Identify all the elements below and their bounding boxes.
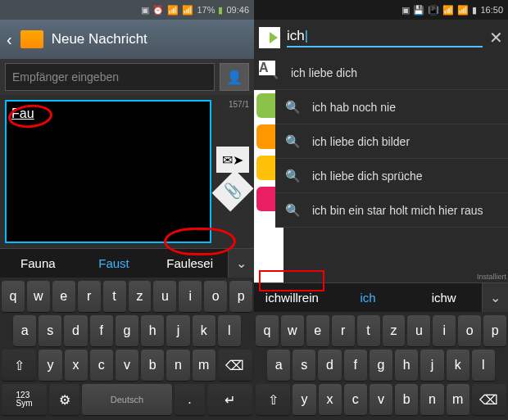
search-result[interactable]: 🔍ich liebe dich bilder [275,124,508,159]
status-bar: ▣ ⏰ 📶 📶 17% ▮ 09:46 [0,0,254,20]
key-x[interactable]: x [65,350,88,381]
key-d[interactable]: d [318,350,341,381]
play-store-icon[interactable] [259,27,280,48]
suggestion-2[interactable]: ich [330,291,406,305]
key-g[interactable]: g [116,315,138,346]
key-k[interactable]: k [193,315,215,346]
key-shift[interactable]: ⇧ [256,384,290,415]
message-input[interactable]: Fau [5,100,211,243]
key-x[interactable]: x [319,384,342,415]
key-r[interactable]: r [78,281,101,312]
keyboard: qwertzuiop asdfghjkl ⇧yxcvbnm⌫ [254,312,508,420]
key-u[interactable]: u [153,281,176,312]
key-q[interactable]: q [2,281,25,312]
key-y[interactable]: y [293,384,315,415]
back-icon[interactable]: ‹ [7,30,12,49]
section-letter: A [259,61,275,75]
key-a[interactable]: a [13,315,36,346]
key-j[interactable]: j [420,350,443,381]
search-result[interactable]: 🔍ich hab noch nie [275,90,508,124]
key-space[interactable]: Deutsch [82,384,172,415]
key-enter[interactable]: ↵ [207,384,252,415]
key-s[interactable]: s [293,350,315,381]
key-t[interactable]: t [357,315,380,346]
key-settings[interactable]: ⚙ [49,384,79,415]
suggestion-expand[interactable]: ⌄ [228,249,254,278]
key-backspace[interactable]: ⌫ [218,350,252,381]
key-e[interactable]: e [52,281,75,312]
key-m[interactable]: m [447,384,469,415]
key-p[interactable]: p [483,315,506,346]
key-p[interactable]: p [229,281,252,312]
attach-button[interactable]: 📎 [212,170,254,212]
key-shift[interactable]: ⇧ [2,350,36,381]
key-j[interactable]: j [166,315,189,346]
key-u[interactable]: u [407,315,430,346]
key-b[interactable]: b [141,350,164,381]
key-n[interactable]: n [166,350,189,381]
suggestion-3[interactable]: Faulesei [152,256,228,270]
suggestion-2[interactable]: Faust [76,256,152,270]
key-i[interactable]: i [433,315,456,346]
key-o[interactable]: o [458,315,481,346]
keyboard: qwertzuiop asdfghjkl ⇧yxcvbnm⌫ 123 Sym ⚙… [0,278,254,420]
key-y[interactable]: y [39,350,61,381]
signal-icon: 📶 [457,5,469,16]
suggestion-1[interactable]: ichwillrein [254,291,330,305]
result-text: ich bin ein star holt mich hier raus [312,204,483,217]
search-icon: 🔍 [285,100,301,115]
key-f[interactable]: f [344,350,367,381]
key-f[interactable]: f [90,315,113,346]
suggestion-3[interactable]: ichw [406,291,482,305]
key-z[interactable]: z [129,281,152,312]
search-result[interactable]: 🔍ich liebe dich [254,56,508,90]
key-c[interactable]: c [90,350,113,381]
key-w[interactable]: w [27,281,50,312]
suggestion-1[interactable]: Fauna [0,256,76,270]
key-v[interactable]: v [370,384,392,415]
key-e[interactable]: e [306,315,329,346]
screenshot-icon: ▣ [141,5,149,16]
key-z[interactable]: z [383,315,406,346]
key-k[interactable]: k [447,350,469,381]
search-input[interactable]: ich| [287,28,483,47]
key-l[interactable]: l [218,315,241,346]
key-v[interactable]: v [116,350,138,381]
alarm-icon: ⏰ [152,5,164,16]
status-bar: ▣ 💾 📳 📶 📶 ▮ 16:50 [254,0,508,20]
key-m[interactable]: m [193,350,215,381]
key-l[interactable]: l [472,350,495,381]
key-t[interactable]: t [103,281,126,312]
wifi-icon: 📶 [167,5,179,16]
search-result[interactable]: 🔍ich bin ein star holt mich hier raus [275,193,508,228]
key-c[interactable]: c [344,384,367,415]
key-q[interactable]: q [256,315,279,346]
send-button[interactable]: ✉➤ [216,147,249,173]
key-r[interactable]: r [332,315,355,346]
key-backspace[interactable]: ⌫ [472,384,506,415]
suggestion-expand[interactable]: ⌄ [482,283,508,313]
key-row-3: ⇧yxcvbnm⌫ [256,384,506,415]
key-n[interactable]: n [420,384,443,415]
key-h[interactable]: h [141,315,164,346]
key-d[interactable]: d [64,315,87,346]
key-g[interactable]: g [370,350,392,381]
key-dot[interactable]: . [175,384,205,415]
key-i[interactable]: i [179,281,202,312]
key-s[interactable]: s [39,315,61,346]
sd-icon: 💾 [413,5,424,16]
key-sym[interactable]: 123 Sym [2,384,47,415]
result-text: ich liebe dich bilder [312,135,410,148]
key-w[interactable]: w [281,315,304,346]
add-contact-button[interactable]: 👤 [220,63,249,91]
key-h[interactable]: h [395,350,418,381]
recipient-input[interactable]: Empfänger eingeben [5,63,215,91]
key-a[interactable]: a [267,350,290,381]
search-results: A 🔍ich liebe dich🔍ich hab noch nie🔍ich l… [254,56,508,282]
key-o[interactable]: o [204,281,227,312]
clear-search-button[interactable]: ✕ [489,28,503,47]
key-b[interactable]: b [395,384,418,415]
search-icon: 🔍 [285,203,301,218]
search-result[interactable]: 🔍ich liebe dich sprüche [275,159,508,193]
signal-icon: 📶 [182,5,193,16]
